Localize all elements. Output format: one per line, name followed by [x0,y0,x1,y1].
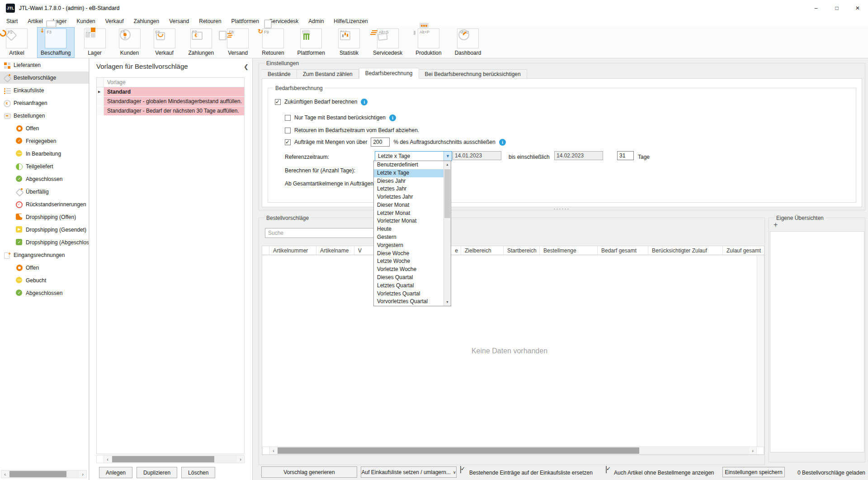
scroll-right-icon[interactable]: › [749,447,756,454]
toolbar-tile[interactable]: F6 Verkauf [150,27,179,58]
dropdown-option[interactable]: Vorletzte Woche [374,266,443,274]
column-header[interactable]: Vorlage [104,78,244,87]
sidebar-item[interactable]: Überfällig [0,185,89,198]
sidebar-item[interactable]: Bestellvorschläge [0,71,89,84]
replace-entries-checkbox[interactable] [460,466,461,473]
sidebar-item[interactable]: Offen [0,261,89,274]
subtract-returns-checkbox[interactable] [285,128,291,133]
scroll-left-icon[interactable]: ‹ [1,470,9,478]
dropdown-option[interactable]: Gestern [374,233,443,242]
table-column-header[interactable]: Berücksichtigter Zulauf [648,246,723,255]
info-icon[interactable] [499,139,506,146]
sidebar-item[interactable]: Freigegeben [0,135,89,147]
dropdown-option[interactable]: Vorletzter Monat [374,217,443,225]
menu-item[interactable]: Artikel [23,17,47,26]
toolbar-tile[interactable]: F8 Versand [223,27,252,58]
table-column-header[interactable]: Startbereich [504,246,540,255]
template-action-button[interactable]: Anlegen [99,467,132,478]
toolbar-tile[interactable]: Alt+S Servicedesk [369,27,406,58]
scroll-left-icon[interactable]: ‹ [104,456,111,463]
sidebar-item[interactable]: Dropshipping (Gesendet) [0,223,89,236]
template-row[interactable]: Standardlager - globalen Mindestlagerbes… [97,97,244,106]
sidebar-item[interactable]: Gebucht [0,274,89,286]
date-from-field[interactable] [453,151,501,160]
settings-tab[interactable]: Bestände [262,69,297,79]
dropdown-option[interactable]: Dieses Jahr [374,177,443,185]
toolbar-tile[interactable]: F2 Artikel [2,27,31,58]
show-all-articles-checkbox[interactable] [606,466,607,473]
sidebar-item[interactable]: In Bearbeitung [0,147,89,160]
sidebar-item[interactable]: Offen [0,122,89,134]
reference-period-select[interactable]: Letzte x Tage ▼ [375,151,452,161]
scroll-left-icon[interactable]: ‹ [270,447,277,454]
sidebar-item[interactable]: Preisanfragen [0,97,89,109]
date-to-field[interactable] [554,151,603,160]
sidebar-item[interactable]: Dropshipping (Offen) [0,211,89,223]
sidebar-item[interactable]: Dropshipping (Abgeschlos [0,236,89,248]
chevron-down-icon[interactable]: ▼ [443,152,452,161]
template-row[interactable]: Standard [97,87,244,97]
sidebar-item[interactable]: Eingangsrechnungen [0,249,89,261]
sidebar-item[interactable]: Rückstandserinnerungen [0,198,89,210]
scroll-right-icon[interactable]: › [79,470,86,478]
exclude-orders-checkbox[interactable] [285,139,291,145]
info-icon[interactable] [361,99,368,105]
scroll-thumb[interactable] [278,447,639,454]
toolbar-tile[interactable]: F5 Kunden [115,27,144,58]
menu-item[interactable]: Verkauf [100,17,129,26]
sidebar-horizontal-scrollbar[interactable]: ‹ › [1,470,87,478]
sidebar-item[interactable]: Teilgeliefert [0,160,89,172]
scroll-up-icon[interactable]: ▲ [444,161,451,168]
scroll-thumb[interactable] [9,471,66,477]
close-button[interactable]: ✕ [847,0,868,16]
table-column-header[interactable]: Zielbereich [461,246,504,255]
toolbar-tile[interactable]: F12 Statistik [335,27,363,58]
dropdown-option[interactable]: Dieses Quartal [374,274,443,282]
settings-tab[interactable]: Bedarfsberechnung [359,68,419,79]
table-horizontal-scrollbar[interactable]: ‹ › [262,447,764,455]
days-count-input[interactable] [617,151,634,160]
toolbar-tile[interactable]: F4 Lager [80,27,109,58]
set-to-shopping-list-button[interactable]: Auf Einkaufsliste setzen / umlagern... ∨ [361,466,457,478]
template-action-button[interactable]: Duplizieren [137,467,177,478]
toolbar-tile[interactable]: F10 Plattformen [294,27,329,58]
dropdown-option[interactable]: Letzter Monat [374,209,443,218]
dropdown-option[interactable]: Vorvorletztes Quartal [374,298,443,306]
dropdown-option[interactable]: Letzte Woche [374,257,443,266]
add-overview-button[interactable]: + [774,221,778,229]
sidebar-item[interactable]: Lieferanten [0,59,89,71]
table-column-header[interactable]: Artikelname [316,246,354,255]
scroll-right-icon[interactable]: › [237,456,244,463]
dropdown-option[interactable]: Dieser Monat [374,201,443,209]
sidebar-item[interactable]: Einkaufsliste [0,84,89,96]
menu-item[interactable]: Versand [164,17,194,26]
template-action-button[interactable]: Löschen [181,467,215,478]
menu-item[interactable]: Hilfe/Lizenzen [329,17,373,26]
scroll-thumb[interactable] [444,169,450,218]
dropdown-option[interactable]: Vorletztes Quartal [374,290,443,298]
template-row[interactable]: Standardlager - Bedarf der nächsten 30 T… [97,106,244,116]
menu-item[interactable]: Plattformen [226,17,264,26]
table-vertical-scrollbar[interactable] [757,255,764,447]
settings-tab[interactable]: Bei Bedarfsberechnung berücksichtigen [419,69,527,79]
table-column-header[interactable]: Bestellmenge [540,246,598,255]
dropdown-scrollbar[interactable]: ▲ ▼ [443,161,451,306]
dropdown-option[interactable]: Letzte x Tage [374,169,443,177]
menu-item[interactable]: Zahlungen [128,17,164,26]
table-column-header[interactable]: Artikelnummer [269,246,316,255]
scroll-down-icon[interactable]: ▼ [444,299,451,306]
scroll-thumb[interactable] [112,456,214,462]
menu-item[interactable]: Kunden [71,17,100,26]
dropdown-option[interactable]: Letztes Quartal [374,282,443,290]
dropdown-option[interactable]: Diese Woche [374,250,443,258]
sidebar-item[interactable]: Abgeschlossen [0,287,89,299]
dropdown-option[interactable]: Heute [374,225,443,233]
minimize-button[interactable]: – [806,0,826,16]
menu-item[interactable]: Retouren [194,17,226,26]
sidebar-item[interactable]: Bestellungen [0,109,89,122]
dropdown-option[interactable]: Letztes Jahr [374,185,443,193]
exclude-percent-input[interactable] [371,138,390,147]
dropdown-option[interactable]: Vorletztes Jahr [374,193,443,201]
save-settings-button[interactable]: Einstellungen speichern [722,467,785,477]
future-demand-checkbox[interactable] [275,99,281,105]
